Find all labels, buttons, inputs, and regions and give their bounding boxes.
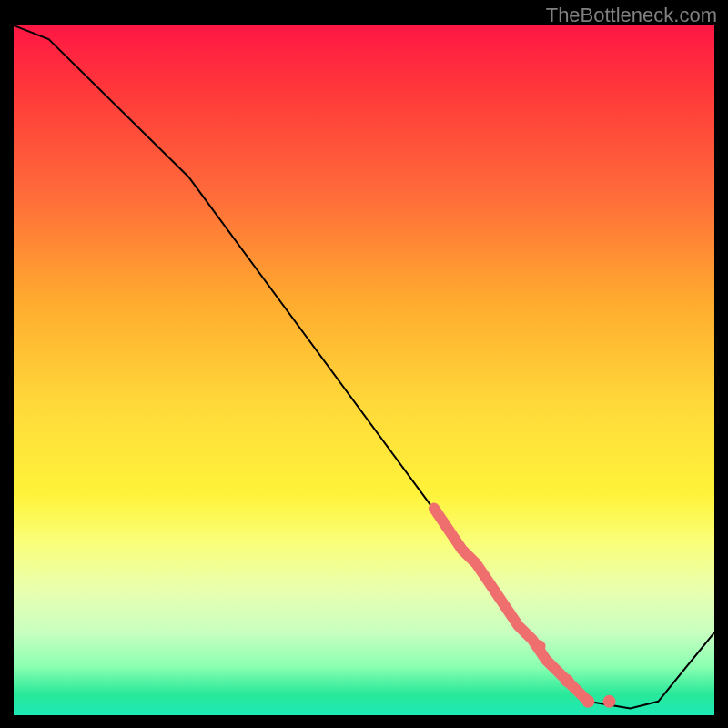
highlight-dot	[533, 640, 546, 652]
highlight-dot	[603, 695, 616, 708]
highlight-dot	[561, 674, 573, 687]
watermark-text: TheBottleneck.com	[546, 4, 717, 27]
chart-svg	[14, 25, 714, 715]
bottleneck-curve-line	[14, 25, 714, 708]
highlight-band	[434, 509, 588, 702]
highlight-dot	[581, 695, 594, 708]
